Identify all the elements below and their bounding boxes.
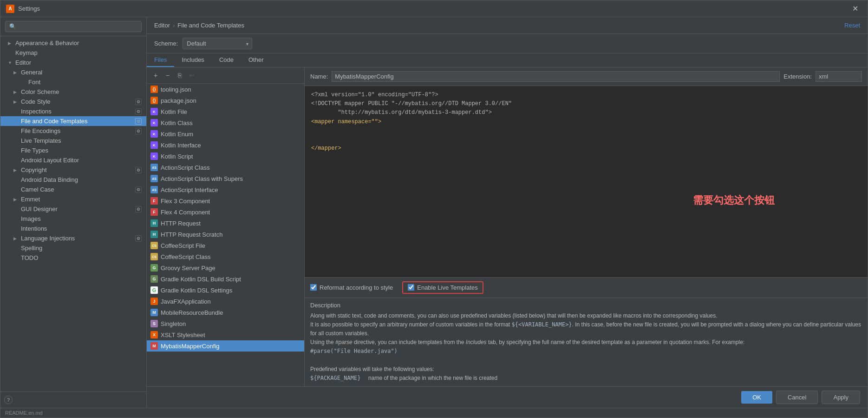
- file-icon: CS: [150, 253, 158, 260]
- sidebar-item-label: Android Data Binding: [21, 176, 142, 183]
- arrow-icon: ▶: [13, 197, 18, 202]
- file-icon: K: [150, 153, 158, 160]
- sidebar-item-label: Images: [21, 215, 142, 222]
- scheme-select[interactable]: Default Project: [183, 38, 252, 49]
- sidebar-item-label: Inspections: [21, 108, 132, 115]
- sidebar-item-appearance[interactable]: ▶ Appearance & Behavior: [0, 38, 146, 48]
- tab-files[interactable]: Files: [147, 53, 174, 67]
- add-template-button[interactable]: +: [150, 70, 161, 80]
- file-item[interactable]: F Flex 3 Component: [147, 195, 304, 206]
- window-title: Settings: [18, 5, 848, 12]
- tab-other[interactable]: Other: [241, 53, 271, 67]
- settings-window: A Settings ✕ ▶ Appearance & Behavior Key…: [0, 0, 868, 418]
- file-item[interactable]: AS ActionScript Class: [147, 162, 304, 173]
- enable-live-templates-checkbox[interactable]: [408, 284, 414, 291]
- sidebar-item-file-and-code-templates[interactable]: File and Code Templates ⚙: [0, 116, 146, 126]
- file-item[interactable]: S Singleton: [147, 318, 304, 329]
- cancel-button[interactable]: Cancel: [776, 391, 818, 404]
- help-button[interactable]: ?: [4, 396, 13, 404]
- sidebar-item-gui-designer[interactable]: GUI Designer ⚙: [0, 204, 146, 214]
- search-input[interactable]: [5, 21, 142, 32]
- sidebar-item-images[interactable]: Images: [0, 214, 146, 224]
- sidebar-item-editor[interactable]: ▼ Editor: [0, 58, 146, 67]
- sidebar-item-general[interactable]: ▶ General: [0, 67, 146, 77]
- sidebar-item-file-types[interactable]: File Types: [0, 146, 146, 155]
- apply-button[interactable]: Apply: [822, 391, 860, 404]
- file-item[interactable]: G Groovy Server Page: [147, 262, 304, 273]
- file-item[interactable]: AS ActionScript Class with Supers: [147, 173, 304, 184]
- file-icon: AS: [150, 175, 158, 182]
- copy-template-button[interactable]: ⎘: [175, 70, 185, 80]
- code-editor[interactable]: <?xml version="1.0" encoding="UTF-8"?> <…: [305, 86, 868, 277]
- file-icon: J: [150, 298, 158, 305]
- file-item[interactable]: G Gradle Kotlin DSL Build Script: [147, 273, 304, 285]
- file-item[interactable]: H HTTP Request Scratch: [147, 229, 304, 240]
- file-item[interactable]: {} tooling.json: [147, 84, 304, 95]
- file-icon: {}: [150, 86, 158, 93]
- dialog-buttons: OK Cancel Apply: [147, 386, 868, 408]
- sidebar-item-font[interactable]: Font: [0, 77, 146, 87]
- file-icon: S: [150, 320, 158, 327]
- file-item[interactable]: J JavaFXApplication: [147, 296, 304, 307]
- reformat-checkbox-row[interactable]: Reformat according to style: [310, 284, 393, 291]
- tab-code[interactable]: Code: [212, 53, 241, 67]
- sidebar-item-android-data-binding[interactable]: Android Data Binding: [0, 175, 146, 185]
- breadcrumb-editor: Editor: [154, 22, 170, 29]
- sidebar-item-color-scheme[interactable]: ▶ Color Scheme: [0, 87, 146, 97]
- code-line: "http://mybatis.org/dtd/mybatis-3-mapper…: [311, 108, 861, 117]
- sidebar-item-code-style[interactable]: ▶ Code Style ⚙: [0, 97, 146, 106]
- sidebar-item-copyright[interactable]: ▶ Copyright ⚙: [0, 165, 146, 175]
- breadcrumb-current: File and Code Templates: [177, 22, 244, 29]
- sidebar-item-android-layout-editor[interactable]: Android Layout Editor: [0, 155, 146, 165]
- file-item[interactable]: K Kotlin Class: [147, 117, 304, 128]
- file-item[interactable]: CS CoffeeScript File: [147, 240, 304, 251]
- sidebar-bottom: ?: [0, 391, 146, 408]
- sidebar-item-intentions[interactable]: Intentions: [0, 224, 146, 233]
- file-item[interactable]: K Kotlin Script: [147, 151, 304, 162]
- file-item[interactable]: G Gradle Kotlin DSL Settings: [147, 285, 304, 296]
- file-item[interactable]: CS CoffeeScript Class: [147, 251, 304, 262]
- sidebar-item-inspections[interactable]: Inspections ⚙: [0, 106, 146, 116]
- sidebar-item-file-encodings[interactable]: File Encodings ⚙: [0, 126, 146, 136]
- file-item[interactable]: AS ActionScript Interface: [147, 184, 304, 195]
- search-box: [0, 17, 146, 36]
- sidebar-item-todo[interactable]: TODO: [0, 253, 146, 263]
- file-item[interactable]: H HTTP Request: [147, 218, 304, 229]
- sidebar-item-language-injections[interactable]: ▶ Language Injections ⚙: [0, 233, 146, 243]
- sidebar-item-label: Font: [28, 79, 142, 86]
- ok-button[interactable]: OK: [741, 391, 772, 404]
- ext-input[interactable]: [816, 71, 862, 82]
- file-icon: F: [150, 208, 158, 216]
- name-input[interactable]: [332, 71, 780, 82]
- sidebar-item-spelling[interactable]: Spelling: [0, 243, 146, 253]
- remove-template-button[interactable]: −: [163, 70, 173, 80]
- close-button[interactable]: ✕: [848, 2, 862, 15]
- sidebar-item-camel-case[interactable]: Camel Case ⚙: [0, 185, 146, 194]
- file-name: CoffeeScript Class: [161, 253, 210, 260]
- tab-includes[interactable]: Includes: [174, 53, 211, 67]
- sidebar-item-live-templates[interactable]: Live Templates: [0, 136, 146, 146]
- file-item[interactable]: F Flex 4 Component: [147, 206, 304, 218]
- file-name: Kotlin File: [161, 108, 187, 115]
- file-item[interactable]: K Kotlin File: [147, 106, 304, 117]
- file-item[interactable]: {} package.json: [147, 95, 304, 106]
- settings-badge: ⚙: [135, 167, 142, 173]
- sidebar-item-label: GUI Designer: [21, 206, 132, 212]
- scheme-select-wrapper: Default Project ▾: [183, 38, 252, 49]
- sidebar-item-emmet[interactable]: ▶ Emmet: [0, 194, 146, 204]
- file-item[interactable]: K Kotlin Enum: [147, 128, 304, 139]
- file-item-mybatis[interactable]: M MybatisMapperConfig: [147, 340, 304, 352]
- sidebar-item-label: Android Layout Editor: [21, 157, 142, 164]
- titlebar: A Settings ✕: [0, 0, 868, 17]
- reset-button[interactable]: Reset: [844, 22, 860, 29]
- file-item[interactable]: K Kotlin Interface: [147, 139, 304, 151]
- file-name: XSLT Stylesheet: [161, 332, 205, 338]
- reformat-checkbox[interactable]: [310, 284, 317, 291]
- revert-template-button[interactable]: ↩: [187, 70, 197, 80]
- file-item[interactable]: X XSLT Stylesheet: [147, 329, 304, 340]
- file-item[interactable]: M MobileResourceBundle: [147, 307, 304, 318]
- sidebar-item-keymap[interactable]: Keymap: [0, 48, 146, 58]
- description-title: Description: [310, 302, 862, 309]
- sidebar-item-label: Editor: [15, 59, 142, 66]
- file-name: ActionScript Class with Supers: [161, 175, 243, 182]
